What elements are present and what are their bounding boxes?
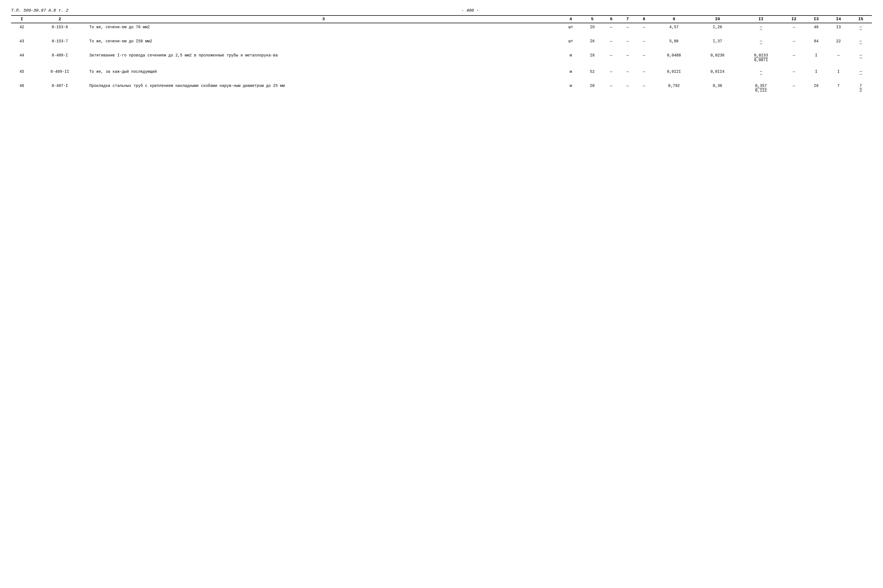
cell-r2-c14 — [850, 51, 872, 64]
cell-r4-c14: 72 — [850, 82, 872, 94]
cell-r2-c6: — — [620, 51, 636, 64]
cell-r0-c11: — — [783, 23, 805, 33]
col-header-8: 8 — [636, 15, 652, 23]
cell-r4-c8: 0,792 — [652, 82, 695, 94]
col-header-11: II — [739, 15, 783, 23]
cell-r2-c0: 44 — [11, 51, 33, 64]
cell-r1-c5: — — [603, 38, 620, 48]
cell-r1-c13: 22 — [827, 38, 850, 48]
cell-r0-c13: I3 — [827, 23, 850, 33]
cell-r2-c1: 8-409-I — [33, 51, 87, 64]
cell-r2-c10: 0,02330,007I — [739, 51, 783, 64]
cell-r0-c4: IO — [581, 23, 603, 33]
cell-r3-c6: — — [620, 68, 636, 78]
cell-r3-c8: 0,0I2I — [652, 68, 695, 78]
cell-r0-c7: — — [636, 23, 652, 33]
table-row: 448-409-IЗатягивание I-го провода сечени… — [11, 51, 872, 64]
spacer-row — [11, 78, 872, 82]
cell-r2-c3: м — [560, 51, 582, 64]
cell-r4-c11: — — [783, 82, 805, 94]
cell-r2-c13: — — [827, 51, 850, 64]
cell-r4-c12: I6 — [805, 82, 827, 94]
cell-r1-c14 — [850, 38, 872, 48]
cell-r4-c4: 20 — [581, 82, 603, 94]
cell-r4-c13: 7 — [827, 82, 850, 94]
col-header-1: I — [11, 15, 33, 23]
cell-r3-c13: I — [827, 68, 850, 78]
spacer-row — [11, 64, 872, 68]
cell-r4-c10: 0,3570,I22 — [739, 82, 783, 94]
column-headers: I23456789IOIII2I3I4I5 — [11, 15, 872, 23]
table-row: 438-153-7То же, сечени-ем до I50 мм2штI6… — [11, 38, 872, 48]
col-header-9: 9 — [652, 15, 695, 23]
cell-r1-c11: — — [783, 38, 805, 48]
cell-r2-c7: — — [636, 51, 652, 64]
cell-r0-c0: 42 — [11, 23, 33, 33]
cell-r2-c4: I8 — [581, 51, 603, 64]
col-header-2: 2 — [33, 15, 87, 23]
cell-r0-c1: 8-153-6 — [33, 23, 87, 33]
main-table: I23456789IOIII2I3I4I5 428-153-6То же, се… — [11, 15, 872, 94]
cell-r3-c12: I — [805, 68, 827, 78]
cell-r3-c11: — — [783, 68, 805, 78]
cell-r4-c3: м — [560, 82, 582, 94]
col-header-15: I5 — [850, 15, 872, 23]
cell-r4-c2: Прокладка стальных труб с креплением нак… — [87, 82, 560, 94]
cell-r0-c5: — — [603, 23, 620, 33]
cell-r1-c12: 94 — [805, 38, 827, 48]
table-row: 458-409-IIТо же, за каж-дый последующийм… — [11, 68, 872, 78]
cell-r2-c11: — — [783, 51, 805, 64]
cell-r2-c12: I — [805, 51, 827, 64]
table-row: 428-153-6То же, сечени-ем до 70 мм2штIO—… — [11, 23, 872, 33]
header-center: - 400 - — [462, 8, 479, 13]
cell-r1-c10 — [739, 38, 783, 48]
cell-r2-c5: — — [603, 51, 620, 64]
cell-r0-c9: I,26 — [696, 23, 739, 33]
col-header-10: IO — [696, 15, 739, 23]
col-header-4: 4 — [560, 15, 582, 23]
cell-r3-c14 — [850, 68, 872, 78]
cell-r3-c9: 0,0II4 — [696, 68, 739, 78]
cell-r0-c10 — [739, 23, 783, 33]
cell-r4-c1: 8-407-I — [33, 82, 87, 94]
cell-r3-c3: м — [560, 68, 582, 78]
cell-r1-c6: — — [620, 38, 636, 48]
cell-r4-c9: 0,36 — [696, 82, 739, 94]
header-left: Т.П. 509-30.87 А.8 т. 2 — [11, 8, 68, 13]
cell-r1-c3: шт — [560, 38, 582, 48]
cell-r0-c12: 46 — [805, 23, 827, 33]
cell-r1-c4: I6 — [581, 38, 603, 48]
cell-r4-c7: — — [636, 82, 652, 94]
col-header-6: 6 — [603, 15, 620, 23]
col-header-13: I3 — [805, 15, 827, 23]
col-header-5: 5 — [581, 15, 603, 23]
cell-r3-c1: 8-409-II — [33, 68, 87, 78]
cell-r0-c14 — [850, 23, 872, 33]
cell-r3-c2: То же, за каж-дый последующий — [87, 68, 560, 78]
cell-r4-c6: — — [620, 82, 636, 94]
cell-r1-c8: 5,86 — [652, 38, 695, 48]
cell-r0-c8: 4,57 — [652, 23, 695, 33]
cell-r1-c1: 8-153-7 — [33, 38, 87, 48]
col-header-12: I2 — [783, 15, 805, 23]
col-header-7: 7 — [620, 15, 636, 23]
cell-r3-c10 — [739, 68, 783, 78]
col-header-14: I4 — [827, 15, 850, 23]
cell-r4-c5: — — [603, 82, 620, 94]
cell-r1-c9: I,37 — [696, 38, 739, 48]
spacer-row — [11, 48, 872, 51]
cell-r0-c3: шт — [560, 23, 582, 33]
cell-r3-c7: — — [636, 68, 652, 78]
cell-r2-c2: Затягивание I-го провода сечением до 2,5… — [87, 51, 560, 64]
cell-r3-c4: 52 — [581, 68, 603, 78]
cell-r2-c9: 0,0236 — [696, 51, 739, 64]
table-row: 468-407-IПрокладка стальных труб с крепл… — [11, 82, 872, 94]
cell-r4-c0: 46 — [11, 82, 33, 94]
cell-r1-c2: То же, сечени-ем до I50 мм2 — [87, 38, 560, 48]
cell-r0-c6: — — [620, 23, 636, 33]
cell-r3-c0: 45 — [11, 68, 33, 78]
col-header-3: 3 — [87, 15, 560, 23]
cell-r0-c2: То же, сечени-ем до 70 мм2 — [87, 23, 560, 33]
page-header: Т.П. 509-30.87 А.8 т. 2 - 400 - — [11, 8, 872, 13]
cell-r3-c5: — — [603, 68, 620, 78]
